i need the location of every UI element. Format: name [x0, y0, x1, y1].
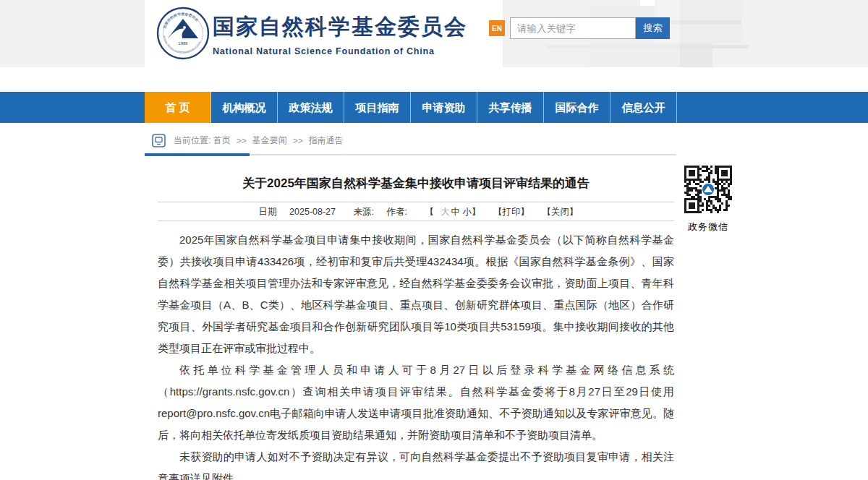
breadcrumb-fund-news[interactable]: 基金要闻 — [252, 134, 287, 147]
nav-item-sharing[interactable]: 共享传播 — [477, 92, 544, 123]
article-title: 关于2025年国家自然科学基金集中接收申请项目评审结果的通告 — [158, 175, 674, 192]
breadcrumb-separator: >> — [237, 136, 247, 146]
print-button[interactable]: 【打印】 — [493, 207, 529, 217]
site-title-en: National Natural Science Foundation of C… — [213, 46, 467, 56]
meta-author: 作者: — [386, 207, 407, 217]
paragraph: 未获资助的申请人如对不予资助决定有异议，可向自然科学基金委提出不予资助项目复审申… — [158, 446, 674, 480]
nav-item-disclosure[interactable]: 信息公开 — [610, 92, 677, 123]
breadcrumb-guide-notice[interactable]: 指南通告 — [309, 134, 344, 147]
english-version-button[interactable]: EN — [489, 20, 505, 36]
search-area: EN 搜索 — [489, 17, 670, 39]
site-header: 1986 国家自然科学基金委员会 NATIONAL NATURAL SCIENC… — [0, 0, 868, 67]
nav-item-project-guide[interactable]: 项目指南 — [344, 92, 411, 123]
wechat-qr-block: 政务微信 — [683, 166, 733, 233]
close-button[interactable]: 【关闭】 — [542, 207, 578, 217]
site-title-cn: 国家自然科学基金委员会 — [213, 12, 467, 42]
main-content: 当前位置: 首页 >> 基金要闻 >> 指南通告 政务微信 关于2025年国家自… — [0, 123, 868, 480]
breadcrumb: 当前位置: 首页 >> 基金要闻 >> 指南通告 — [152, 123, 868, 147]
paragraph: 2025年国家自然科学基金项目申请集中接收期间，国家自然科学基金委员会（以下简称… — [158, 229, 674, 359]
location-icon — [152, 134, 166, 147]
nav-item-policies[interactable]: 政策法规 — [278, 92, 344, 123]
breadcrumb-prefix: 当前位置: — [174, 134, 210, 147]
meta-date: 日期 2025-08-27 — [254, 207, 341, 217]
breadcrumb-separator: >> — [293, 136, 303, 146]
section-divider — [145, 154, 676, 155]
nav-item-organization[interactable]: 机构概况 — [211, 92, 278, 123]
nsfc-logo: 1986 国家自然科学基金委员会 NATIONAL NATURAL SCIENC… — [156, 7, 210, 60]
search-button[interactable]: 搜索 — [636, 17, 670, 39]
font-size-control[interactable]: 【大中 小】 — [420, 207, 480, 217]
article-meta: 日期 2025-08-27 来源: 作者: 【大中 小】 【打印】 【关闭】 — [158, 202, 674, 221]
nav-item-international[interactable]: 国际合作 — [544, 92, 610, 123]
header-spacer — [0, 67, 868, 92]
meta-source: 来源: — [354, 207, 374, 217]
site-brand: 国家自然科学基金委员会 National Natural Science Fou… — [213, 12, 467, 56]
nav-item-home[interactable]: 首 页 — [145, 92, 211, 123]
article: 关于2025年国家自然科学基金集中接收申请项目评审结果的通告 日期 2025-0… — [158, 175, 674, 480]
article-body: 2025年国家自然科学基金项目申请集中接收期间，国家自然科学基金委员会（以下简称… — [158, 229, 674, 480]
svg-text:1986: 1986 — [178, 41, 188, 46]
nav-item-funding[interactable]: 申请资助 — [411, 92, 477, 123]
qr-label: 政务微信 — [683, 220, 733, 233]
search-input[interactable] — [510, 17, 636, 39]
paragraph: 依托单位科学基金管理人员和申请人可于8月27日以后登录科学基金网络信息系统（ht… — [158, 359, 674, 446]
qr-code — [684, 166, 732, 213]
breadcrumb-home[interactable]: 首页 — [213, 134, 231, 147]
main-navigation: 首 页 机构概况 政策法规 项目指南 申请资助 共享传播 国际合作 信息公开 — [0, 92, 868, 123]
